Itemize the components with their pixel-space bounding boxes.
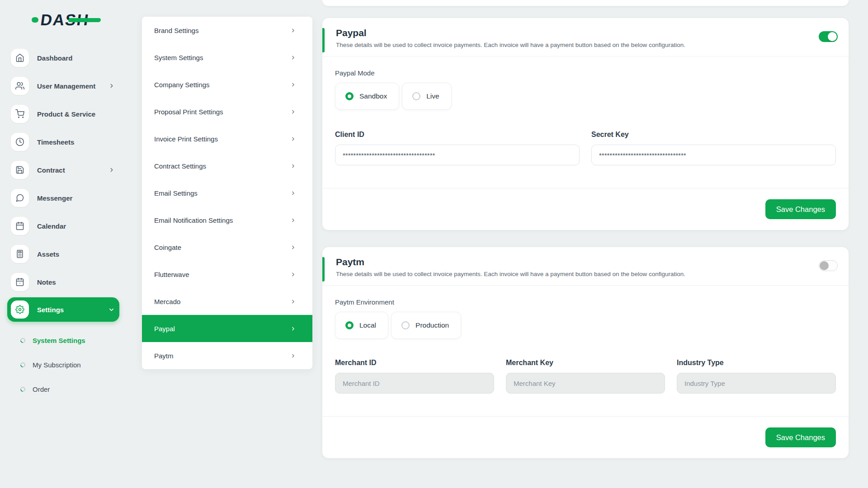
settings-menu-item-paytm[interactable]: Paytm bbox=[142, 342, 312, 369]
sidebar-item-label: Product & Service bbox=[37, 110, 95, 118]
sidebar-item-label: Timesheets bbox=[37, 138, 74, 146]
merchant-key-label: Merchant Key bbox=[506, 359, 665, 367]
paytm-env-local-option[interactable]: Local bbox=[335, 312, 388, 339]
settings-menu-item-label: Email Settings bbox=[154, 189, 198, 197]
bullet-icon bbox=[19, 385, 27, 393]
settings-menu-item-contract-settings[interactable]: Contract Settings bbox=[142, 152, 312, 179]
sidebar-item-assets[interactable]: Assets bbox=[7, 241, 119, 267]
radio-option-label: Sandbox bbox=[359, 92, 387, 100]
settings-menu-item-label: Mercado bbox=[154, 298, 180, 305]
settings-menu-item-coingate[interactable]: Coingate bbox=[142, 234, 312, 261]
chevron-right-icon bbox=[290, 272, 296, 277]
settings-menu-panel: Brand Settings System Settings Company S… bbox=[142, 17, 312, 369]
merchant-id-label: Merchant ID bbox=[335, 359, 494, 367]
paytm-fields: Merchant ID Merchant Key Industry Type bbox=[335, 359, 836, 394]
radio-option-label: Production bbox=[415, 321, 449, 329]
settings-menu-item-label: Invoice Print Settings bbox=[154, 135, 218, 143]
chevron-right-icon bbox=[290, 28, 296, 33]
sidebar-item-label: Dashboard bbox=[37, 54, 72, 62]
accent-bar bbox=[322, 28, 325, 52]
industry-type-input[interactable] bbox=[677, 373, 836, 394]
settings-menu-item-proposal-print-settings[interactable]: Proposal Print Settings bbox=[142, 98, 312, 125]
submenu-item-system-settings[interactable]: System Settings bbox=[7, 328, 119, 352]
settings-menu-item-system-settings[interactable]: System Settings bbox=[142, 44, 312, 71]
settings-menu-item-email-notification-settings[interactable]: Email Notification Settings bbox=[142, 206, 312, 234]
app-logo: DASH bbox=[32, 11, 89, 29]
main-content: Paypal These details will be used to col… bbox=[322, 0, 849, 458]
secret-key-field-group: Secret Key bbox=[591, 131, 836, 165]
settings-menu-item-mercado[interactable]: Mercado bbox=[142, 288, 312, 315]
paytm-env-production-option[interactable]: Production bbox=[391, 312, 461, 339]
chevron-right-icon bbox=[108, 167, 115, 173]
merchant-key-input[interactable] bbox=[506, 373, 665, 394]
settings-menu-item-brand-settings[interactable]: Brand Settings bbox=[142, 17, 312, 44]
settings-menu-item-label: Flutterwave bbox=[154, 271, 189, 278]
contract-icon bbox=[11, 161, 29, 179]
sidebar-item-timesheets[interactable]: Timesheets bbox=[7, 129, 119, 155]
secret-key-input[interactable] bbox=[591, 145, 836, 165]
settings-menu-item-email-settings[interactable]: Email Settings bbox=[142, 179, 312, 206]
calendar-icon bbox=[11, 217, 29, 235]
gear-icon bbox=[11, 300, 29, 319]
settings-menu-item-label: Proposal Print Settings bbox=[154, 108, 223, 116]
sidebar-item-dashboard[interactable]: Dashboard bbox=[7, 45, 119, 70]
paytm-description: These details will be used to collect in… bbox=[336, 271, 685, 277]
client-id-label: Client ID bbox=[335, 131, 580, 139]
paytm-enabled-toggle[interactable] bbox=[819, 260, 838, 271]
client-id-input[interactable] bbox=[335, 145, 580, 165]
settings-menu-item-company-settings[interactable]: Company Settings bbox=[142, 71, 312, 98]
merchant-id-input[interactable] bbox=[335, 373, 494, 394]
chevron-right-icon bbox=[108, 83, 115, 89]
radio-unselected-icon bbox=[412, 92, 420, 100]
radio-selected-icon bbox=[345, 92, 354, 100]
radio-option-label: Live bbox=[426, 92, 439, 100]
chevron-right-icon bbox=[290, 217, 296, 223]
bullet-icon bbox=[19, 361, 27, 368]
paytm-card-footer: Save Changes bbox=[322, 416, 849, 458]
submenu-item-my-subscription[interactable]: My Subscription bbox=[7, 352, 119, 377]
paytm-card-header: Paytm These details will be used to coll… bbox=[322, 247, 849, 286]
chevron-right-icon bbox=[290, 163, 296, 169]
settings-menu-item-paypal[interactable]: Paypal bbox=[142, 315, 312, 342]
paypal-mode-sandbox-option[interactable]: Sandbox bbox=[335, 83, 399, 110]
radio-selected-icon bbox=[345, 321, 354, 329]
settings-menu-item-label: Coingate bbox=[154, 244, 181, 251]
paypal-card-footer: Save Changes bbox=[322, 188, 849, 230]
settings-menu-item-invoice-print-settings[interactable]: Invoice Print Settings bbox=[142, 125, 312, 152]
sidebar-item-settings[interactable]: Settings bbox=[7, 297, 119, 322]
calculator-icon bbox=[11, 245, 29, 263]
bullet-icon bbox=[19, 337, 27, 344]
paytm-title: Paytm bbox=[336, 257, 685, 267]
sidebar-item-contract[interactable]: Contract bbox=[7, 157, 119, 183]
sidebar-item-label: Assets bbox=[37, 250, 59, 258]
sidebar-item-product-service[interactable]: Product & Service bbox=[7, 101, 119, 127]
chevron-right-icon bbox=[290, 190, 296, 196]
chevron-down-icon bbox=[108, 306, 115, 313]
submenu-item-label: My Subscription bbox=[33, 361, 81, 369]
settings-menu-item-flutterwave[interactable]: Flutterwave bbox=[142, 261, 312, 288]
previous-card-edge bbox=[322, 0, 849, 6]
paytm-card-body: Paytm Environment Local Production Merch… bbox=[322, 286, 849, 416]
sidebar-item-user-management[interactable]: User Management bbox=[7, 73, 119, 99]
sidebar-item-label: Contract bbox=[37, 166, 65, 174]
chevron-right-icon bbox=[290, 136, 296, 142]
paypal-mode-label: Paypal Mode bbox=[335, 69, 836, 77]
paypal-save-button[interactable]: Save Changes bbox=[765, 199, 836, 219]
notes-icon bbox=[11, 273, 29, 291]
sidebar-item-notes[interactable]: Notes bbox=[7, 269, 119, 295]
merchant-key-field-group: Merchant Key bbox=[506, 359, 665, 394]
sidebar-item-label: Messenger bbox=[37, 194, 72, 202]
paytm-environment-options: Local Production bbox=[335, 312, 836, 339]
industry-type-label: Industry Type bbox=[677, 359, 836, 367]
sidebar-item-messenger[interactable]: Messenger bbox=[7, 185, 119, 211]
sidebar-item-calendar[interactable]: Calendar bbox=[7, 213, 119, 239]
submenu-item-label: Order bbox=[33, 385, 50, 393]
submenu-item-order[interactable]: Order bbox=[7, 377, 119, 401]
paypal-enabled-toggle[interactable] bbox=[819, 31, 838, 42]
settings-submenu: System Settings My Subscription Order bbox=[7, 328, 119, 401]
paypal-card-body: Paypal Mode Sandbox Live Client ID Secre… bbox=[322, 56, 849, 188]
paytm-save-button[interactable]: Save Changes bbox=[765, 427, 836, 447]
paypal-mode-live-option[interactable]: Live bbox=[402, 83, 451, 110]
chevron-right-icon bbox=[290, 326, 296, 332]
logo-text: DASH bbox=[39, 11, 90, 29]
